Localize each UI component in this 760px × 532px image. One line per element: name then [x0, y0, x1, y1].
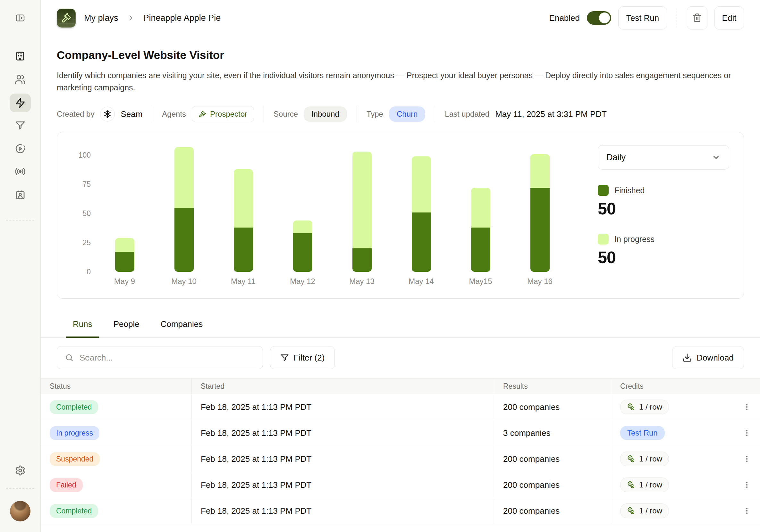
meta-last-updated: Last updated May 11, 2025 at 3:31 PM PDT — [445, 109, 607, 119]
filter-label: Filter (2) — [294, 353, 325, 363]
credits-pill: 1 / row — [620, 477, 669, 492]
results-cell: 200 companies — [494, 394, 611, 420]
meta-divider — [435, 106, 435, 122]
sidebar-item-contacts[interactable] — [15, 189, 26, 200]
breadcrumb-parent[interactable]: My plays — [84, 13, 118, 23]
bar-group: May 12 — [273, 144, 332, 292]
results-cell: 200 companies — [494, 498, 611, 524]
sidebar — [0, 0, 41, 532]
status-badge: Completed — [50, 504, 98, 518]
col-credits: Credits — [611, 378, 760, 394]
sidebar-item-people[interactable] — [15, 74, 26, 85]
sidebar-item-plays-active[interactable] — [10, 94, 31, 112]
test-run-button[interactable]: Test Run — [618, 6, 667, 29]
finished-count: 50 — [598, 199, 729, 218]
filter-button[interactable]: Filter (2) — [270, 346, 335, 369]
table-row[interactable]: FailedFeb 18, 2025 at 1:13 PM PDT200 com… — [41, 472, 760, 498]
results-cell: 200 companies — [494, 472, 611, 498]
kebab-menu-icon[interactable] — [743, 455, 751, 463]
main-area: My plays Pineapple Apple Pie Enabled Tes… — [41, 0, 760, 532]
started-cell: Feb 18, 2025 at 1:13 PM PDT — [192, 446, 494, 472]
bar-segment-in-progress — [234, 169, 253, 228]
delete-button[interactable] — [687, 6, 707, 29]
sidebar-item-runs[interactable] — [15, 143, 26, 154]
status-cell: In progress — [41, 420, 192, 446]
type-label: Type — [366, 110, 383, 118]
credits-cell: 1 / row — [611, 446, 760, 472]
sidebar-divider — [6, 220, 34, 220]
x-tick-label: May 14 — [408, 277, 434, 286]
stacked-bar — [530, 144, 549, 272]
search-box[interactable] — [57, 346, 263, 369]
x-tick-label: May15 — [469, 277, 492, 286]
bar-group: May 13 — [332, 144, 392, 292]
meta-divider — [152, 106, 152, 122]
status-badge: Suspended — [50, 452, 100, 466]
download-button[interactable]: Download — [672, 346, 744, 369]
sidebar-item-settings[interactable] — [15, 465, 26, 476]
chart-side-panel: Daily Finished 50 In progress 50 — [598, 145, 729, 267]
x-tick-label: May 12 — [290, 277, 315, 286]
credits-cell: 1 / row — [611, 472, 760, 498]
y-tick-label: 75 — [70, 180, 91, 189]
bar-segment-finished — [174, 208, 194, 272]
tab-companies[interactable]: Companies — [154, 319, 210, 337]
meta-row: Created by Seam Agents Prospector — [57, 106, 744, 122]
x-tick-label: May 9 — [114, 277, 135, 286]
tab-people[interactable]: People — [107, 319, 147, 337]
kebab-menu-icon[interactable] — [743, 403, 751, 411]
tab-runs[interactable]: Runs — [66, 319, 99, 337]
interval-dropdown[interactable]: Daily — [598, 145, 729, 169]
table-row[interactable]: CompletedFeb 18, 2025 at 1:13 PM PDT200 … — [41, 498, 760, 524]
source-label: Source — [273, 110, 298, 118]
table-row[interactable]: In progressFeb 18, 2025 at 1:13 PM PDT3 … — [41, 420, 760, 446]
type-badge: Churn — [389, 107, 425, 122]
kebab-menu-icon[interactable] — [743, 429, 751, 437]
tab-bar-rule — [41, 337, 760, 338]
chart-y-axis: 0255075100 — [70, 144, 91, 272]
sidebar-item-filters[interactable] — [15, 120, 26, 131]
meta-agents: Agents Prospector — [162, 106, 254, 122]
seam-logo-icon — [100, 107, 115, 121]
table-row[interactable]: SuspendedFeb 18, 2025 at 1:13 PM PDT200 … — [41, 446, 760, 472]
credits-pill: 1 / row — [620, 504, 669, 518]
coins-icon — [627, 403, 635, 411]
sidebar-collapse-icon[interactable] — [15, 13, 25, 23]
credits-value: 1 / row — [639, 403, 662, 412]
user-avatar[interactable] — [10, 501, 30, 521]
enabled-toggle[interactable] — [587, 11, 611, 25]
col-results: Results — [494, 378, 611, 394]
y-tick-label: 100 — [70, 151, 91, 159]
agent-prospector-pill[interactable]: Prospector — [192, 106, 254, 122]
kebab-menu-icon[interactable] — [743, 507, 751, 515]
search-input[interactable] — [79, 353, 255, 363]
bar-segment-finished — [115, 252, 134, 272]
sidebar-item-signals[interactable] — [15, 166, 26, 177]
x-tick-label: May 13 — [349, 277, 375, 286]
bar-segment-finished — [353, 248, 372, 272]
started-cell: Feb 18, 2025 at 1:13 PM PDT — [192, 394, 494, 420]
agents-label: Agents — [162, 110, 186, 118]
legend-in-progress: In progress — [598, 234, 729, 244]
sidebar-divider-bottom — [6, 488, 34, 489]
sidebar-item-companies[interactable] — [15, 51, 26, 62]
table-row[interactable]: CompletedFeb 18, 2025 at 1:13 PM PDT200 … — [41, 394, 760, 420]
runs-toolbar: Filter (2) Download — [57, 346, 744, 369]
bolt-icon — [15, 97, 26, 108]
bar-segment-in-progress — [293, 220, 312, 233]
y-tick-label: 0 — [70, 267, 91, 276]
play-app-icon — [57, 9, 76, 27]
coins-icon — [627, 455, 635, 463]
kebab-menu-icon[interactable] — [743, 481, 751, 489]
bar-segment-in-progress — [115, 238, 134, 252]
stacked-bar — [174, 144, 194, 272]
bar-segment-in-progress — [174, 147, 194, 208]
bar-segment-finished — [412, 212, 431, 272]
page-description: Identify which companies are visiting yo… — [57, 69, 744, 94]
bar-segment-in-progress — [353, 152, 372, 248]
status-cell: Failed — [41, 472, 192, 498]
bar-segment-finished — [530, 188, 549, 272]
x-tick-label: May 10 — [171, 277, 197, 286]
app-window: My plays Pineapple Apple Pie Enabled Tes… — [0, 0, 760, 532]
edit-button[interactable]: Edit — [714, 6, 744, 29]
